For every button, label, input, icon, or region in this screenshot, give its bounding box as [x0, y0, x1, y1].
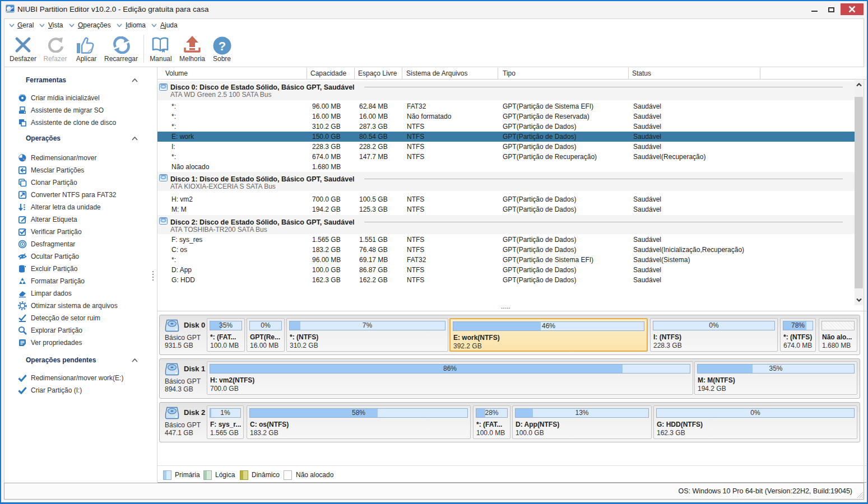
svg-text:?: ? — [219, 39, 226, 53]
